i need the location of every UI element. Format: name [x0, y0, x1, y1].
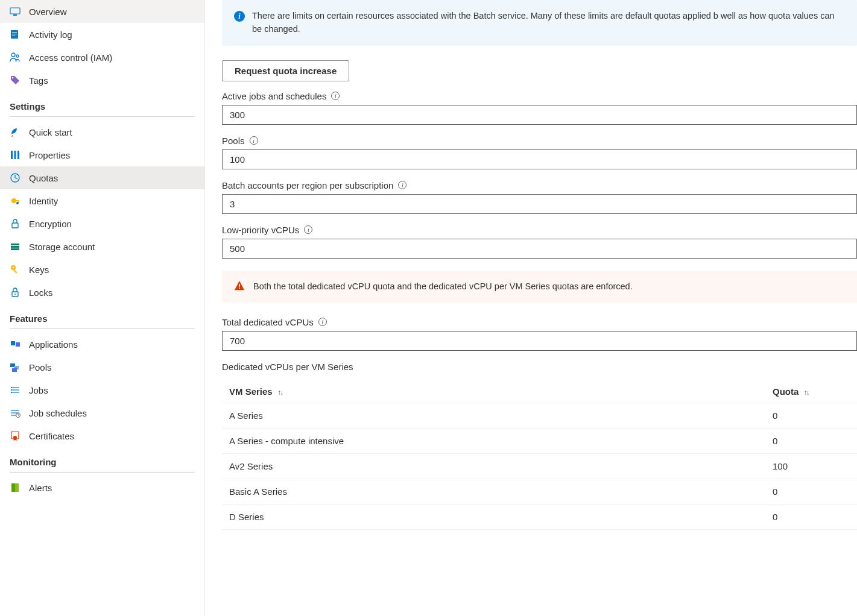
col-label: Quota — [773, 386, 798, 397]
svg-rect-14 — [16, 200, 19, 201]
sidebar-item-tags[interactable]: Tags — [0, 69, 204, 92]
sidebar-item-storage[interactable]: Storage account — [0, 235, 204, 258]
request-quota-increase-button[interactable]: Request quota increase — [222, 60, 349, 81]
sidebar-item-label: Alerts — [29, 483, 52, 493]
activity-icon — [10, 29, 21, 40]
svg-rect-37 — [11, 410, 19, 411]
field-label: Batch accounts per region per subscripti… — [222, 180, 857, 190]
jobschedules-icon — [10, 407, 21, 418]
vm-table-title: Dedicated vCPUs per VM Series — [222, 362, 857, 372]
sidebar-item-label: Overview — [29, 7, 67, 17]
svg-point-25 — [14, 294, 16, 295]
info-icon: i — [234, 11, 245, 22]
sidebar-item-jobs[interactable]: Jobs — [0, 379, 204, 401]
properties-icon — [10, 149, 21, 160]
info-icon[interactable]: i — [331, 92, 340, 100]
svg-rect-18 — [11, 244, 19, 245]
sidebar-item-keys[interactable]: Keys — [0, 258, 204, 281]
sidebar-item-label: Locks — [29, 288, 52, 298]
sidebar-item-overview[interactable]: Overview — [0, 0, 204, 23]
tags-icon — [10, 75, 21, 86]
sidebar-item-label: Tags — [29, 75, 48, 86]
info-text: There are limits on certain resources as… — [252, 10, 845, 36]
warning-banner: Both the total dedicated vCPU quota and … — [222, 271, 857, 303]
svg-rect-31 — [11, 387, 19, 388]
quota-fields: Active jobs and schedulesiPoolsiBatch ac… — [222, 91, 857, 259]
svg-point-16 — [16, 202, 19, 204]
iam-icon — [10, 52, 21, 63]
quota-field: Low-priority vCPUsi — [222, 225, 857, 259]
section-header: Settings — [0, 92, 204, 116]
svg-point-6 — [11, 53, 15, 57]
sidebar-item-alerts[interactable]: Alerts — [0, 476, 204, 499]
table-row[interactable]: A Series0 — [222, 403, 857, 428]
svg-point-7 — [16, 55, 19, 57]
applications-icon — [10, 339, 21, 350]
svg-rect-1 — [13, 14, 17, 16]
table-row[interactable]: Basic A Series0 — [222, 479, 857, 504]
sidebar-item-quickstart[interactable]: Quick start — [0, 121, 204, 143]
sidebar-item-activity[interactable]: Activity log — [0, 23, 204, 46]
sidebar-item-certificates[interactable]: Certificates — [0, 424, 204, 447]
quota-input[interactable] — [222, 105, 857, 125]
svg-point-22 — [13, 267, 14, 269]
warning-icon — [234, 280, 245, 293]
sidebar-item-label: Keys — [29, 265, 49, 275]
sidebar-item-label: Encryption — [29, 219, 72, 229]
quota-input[interactable] — [222, 239, 857, 259]
label-text: Low-priority vCPUs — [222, 225, 299, 235]
svg-point-36 — [11, 392, 12, 393]
svg-rect-46 — [239, 288, 240, 289]
quota-input[interactable] — [222, 149, 857, 169]
cell-series: D Series — [222, 504, 773, 529]
sidebar-item-properties[interactable]: Properties — [0, 143, 204, 166]
divider — [10, 328, 195, 329]
svg-rect-5 — [12, 36, 15, 36]
locks-icon — [10, 287, 21, 298]
sidebar-item-encryption[interactable]: Encryption — [0, 212, 204, 235]
table-row[interactable]: Av2 Series100 — [222, 453, 857, 479]
encryption-icon — [10, 218, 21, 229]
cell-series: Basic A Series — [222, 479, 773, 504]
sidebar-item-label: Activity log — [29, 30, 72, 40]
sidebar-item-jobschedules[interactable]: Job schedules — [0, 401, 204, 424]
svg-rect-17 — [12, 223, 18, 228]
label-text: Pools — [222, 136, 245, 146]
section-header: Features — [0, 304, 204, 328]
quota-input[interactable] — [222, 194, 857, 214]
svg-rect-10 — [14, 151, 16, 159]
label-text: Batch accounts per region per subscripti… — [222, 180, 393, 190]
info-icon[interactable]: i — [304, 225, 312, 234]
sidebar-item-locks[interactable]: Locks — [0, 281, 204, 304]
svg-rect-11 — [17, 151, 19, 159]
sidebar: OverviewActivity logAccess control (IAM)… — [0, 0, 205, 616]
sidebar-item-iam[interactable]: Access control (IAM) — [0, 46, 204, 69]
storage-icon — [10, 241, 21, 252]
info-icon[interactable]: i — [398, 181, 406, 189]
total-dedicated-input[interactable] — [222, 331, 857, 351]
sort-icon: ↑↓ — [804, 388, 809, 397]
quota-field: Poolsi — [222, 136, 857, 169]
alerts-icon — [10, 482, 21, 493]
field-label: Low-priority vCPUsi — [222, 225, 857, 235]
table-row[interactable]: D Series0 — [222, 504, 857, 529]
keys-icon — [10, 264, 21, 275]
sidebar-item-applications[interactable]: Applications — [0, 333, 204, 356]
sidebar-item-label: Storage account — [29, 242, 95, 252]
divider — [10, 472, 195, 473]
svg-rect-30 — [12, 368, 17, 372]
identity-icon — [10, 195, 21, 206]
info-icon[interactable]: i — [250, 136, 258, 145]
info-icon[interactable]: i — [318, 318, 327, 326]
sidebar-item-label: Applications — [29, 339, 78, 350]
jobs-icon — [10, 385, 21, 395]
sidebar-item-label: Quotas — [29, 173, 58, 183]
table-row[interactable]: A Series - compute intensive0 — [222, 428, 857, 453]
col-header-series[interactable]: VM Series ↑↓ — [222, 380, 773, 403]
cell-quota: 0 — [773, 479, 857, 504]
sidebar-item-quotas[interactable]: Quotas — [0, 166, 204, 189]
sidebar-item-pools[interactable]: Pools — [0, 356, 204, 379]
col-header-quota[interactable]: Quota ↑↓ — [773, 380, 857, 403]
col-label: VM Series — [229, 386, 273, 397]
sidebar-item-identity[interactable]: Identity — [0, 189, 204, 212]
